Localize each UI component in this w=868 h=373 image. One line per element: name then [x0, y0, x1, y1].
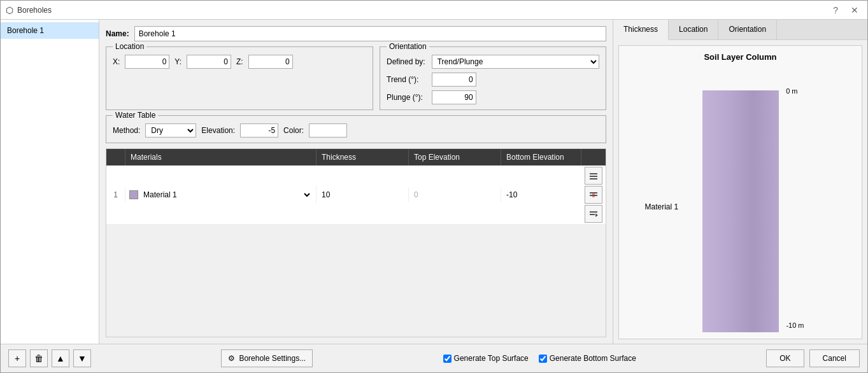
- defined-by-label: Defined by:: [387, 57, 425, 66]
- name-input[interactable]: [134, 26, 606, 41]
- svg-rect-7: [590, 214, 595, 215]
- color-label: Color:: [283, 126, 304, 135]
- defined-by-select[interactable]: Trend/Plunge Dip/Dip Direction Strike/Di…: [432, 55, 599, 69]
- window-title: Boreholes: [17, 6, 52, 15]
- td-top-elevation: 0: [409, 188, 501, 202]
- bottom-elevation-label: -10 m: [786, 321, 804, 329]
- generate-bottom-label: Generate Bottom Surface: [539, 354, 636, 363]
- location-group: Location X: Y: Z:: [106, 46, 373, 110]
- bottom-bar: + 🗑 ▲ ▼ ⚙ Borehole Settings... Generate …: [1, 344, 867, 372]
- elevation-input[interactable]: [240, 123, 278, 137]
- ok-button[interactable]: OK: [766, 349, 804, 367]
- y-label: Y:: [174, 57, 181, 66]
- plunge-input[interactable]: [432, 90, 476, 104]
- settings-area: ⚙ Borehole Settings...: [221, 349, 313, 367]
- bottom-left: + 🗑 ▲ ▼: [8, 349, 91, 367]
- th-actions: [581, 149, 606, 165]
- tab-thickness[interactable]: Thickness: [613, 20, 669, 40]
- th-materials: Materials: [125, 149, 317, 165]
- move-row-button[interactable]: [585, 205, 602, 223]
- th-thickness: Thickness: [317, 149, 409, 165]
- tab-location[interactable]: Location: [669, 20, 718, 39]
- borehole-settings-button[interactable]: ⚙ Borehole Settings...: [221, 349, 313, 367]
- title-bar-left: ⬡ Boreholes: [6, 5, 52, 15]
- location-legend: Location: [113, 42, 146, 51]
- th-top-elevation: Top Elevation: [409, 149, 501, 165]
- tabs-row: Thickness Location Orientation: [613, 20, 867, 40]
- td-bottom-elevation: -10: [501, 188, 581, 202]
- title-bar-controls: ? ✕: [829, 4, 862, 17]
- method-label: Method:: [113, 126, 140, 135]
- checkboxes-area: Generate Top Surface Generate Bottom Sur…: [443, 354, 636, 363]
- right-panel: Thickness Location Orientation Soil Laye…: [613, 20, 867, 344]
- y-input[interactable]: [187, 55, 231, 69]
- water-table-content: Method: Dry Elevation Custom Elevation: …: [113, 121, 347, 137]
- location-content: X: Y: Z:: [113, 52, 366, 69]
- top-groups: Location X: Y: Z: Orientation Defined by…: [106, 46, 606, 110]
- soil-visualization: 0 m -10 m Material 1: [625, 68, 855, 332]
- svg-rect-2: [590, 178, 597, 179]
- title-bar: ⬡ Boreholes ? ✕: [1, 1, 867, 20]
- add-borehole-button[interactable]: +: [8, 349, 26, 367]
- orientation-content: Defined by: Trend/Plunge Dip/Dip Directi…: [387, 52, 599, 104]
- water-table-box: Water Table Method: Dry Elevation Custom…: [106, 115, 606, 143]
- method-select[interactable]: Dry Elevation Custom: [145, 123, 196, 137]
- soil-column-title: Soil Layer Column: [704, 52, 776, 62]
- materials-section: Materials Thickness Top Elevation Bottom…: [106, 148, 606, 337]
- move-up-button[interactable]: ▲: [52, 349, 69, 367]
- main-content: Borehole 1 Name: Location X: Y:: [1, 20, 867, 344]
- close-button[interactable]: ✕: [847, 4, 862, 17]
- th-num: [106, 149, 125, 165]
- svg-rect-1: [590, 176, 597, 177]
- color-picker[interactable]: [309, 123, 347, 137]
- water-table-legend: Water Table: [113, 111, 158, 120]
- elevation-label: Elevation:: [201, 126, 235, 135]
- trend-label: Trend (°):: [387, 75, 425, 84]
- td-thickness: 10: [317, 188, 409, 202]
- svg-rect-5: [592, 194, 595, 197]
- svg-rect-3: [590, 192, 597, 194]
- trend-input[interactable]: [432, 73, 476, 87]
- help-button[interactable]: ?: [829, 4, 842, 17]
- soil-cylinder: [702, 90, 779, 332]
- material-name-label: Material 1: [645, 202, 679, 211]
- generate-bottom-checkbox[interactable]: [539, 355, 547, 363]
- z-input[interactable]: [248, 55, 293, 69]
- svg-rect-6: [590, 211, 597, 213]
- x-input[interactable]: [125, 55, 169, 69]
- name-row: Name:: [106, 26, 606, 41]
- svg-rect-0: [590, 173, 597, 174]
- soil-viz-wrapper: 0 m -10 m Material 1: [702, 81, 779, 332]
- top-elevation-label: 0 m: [786, 87, 797, 95]
- material-icon: [129, 190, 138, 199]
- soil-column-area: Soil Layer Column 0 m -10 m Material 1: [618, 45, 862, 339]
- remove-row-button[interactable]: [585, 186, 602, 204]
- ok-cancel-buttons: OK Cancel: [766, 349, 860, 367]
- boreholes-dialog: ⬡ Boreholes ? ✕ Borehole 1 Name:: [0, 0, 868, 373]
- material-select[interactable]: Material 1: [141, 188, 312, 201]
- table-header: Materials Thickness Top Elevation Bottom…: [106, 149, 606, 165]
- center-panel: Name: Location X: Y: Z:: [99, 20, 613, 344]
- z-label: Z:: [236, 57, 243, 66]
- table-body: 1 Material 1 10 0 -10: [106, 165, 606, 225]
- borehole-list: Borehole 1: [1, 20, 99, 344]
- tab-orientation[interactable]: Orientation: [718, 20, 777, 39]
- row-actions: [581, 165, 606, 224]
- delete-borehole-button[interactable]: 🗑: [30, 349, 48, 367]
- settings-gear-icon: ⚙: [228, 354, 235, 363]
- row-num: 1: [106, 188, 125, 202]
- name-label: Name:: [106, 29, 129, 38]
- generate-top-label: Generate Top Surface: [443, 354, 529, 363]
- move-down-button[interactable]: ▼: [73, 349, 91, 367]
- boreholes-icon: ⬡: [6, 5, 13, 15]
- generate-top-checkbox[interactable]: [443, 355, 452, 363]
- svg-marker-8: [595, 213, 598, 217]
- borehole-list-item[interactable]: Borehole 1: [1, 22, 99, 39]
- cancel-button[interactable]: Cancel: [809, 349, 860, 367]
- orientation-legend: Orientation: [387, 42, 429, 51]
- add-row-button[interactable]: [585, 167, 602, 185]
- materials-table: Materials Thickness Top Elevation Bottom…: [106, 148, 606, 337]
- th-bottom-elevation: Bottom Elevation: [501, 149, 581, 165]
- table-row: 1 Material 1 10 0 -10: [106, 165, 606, 225]
- orientation-group: Orientation Defined by: Trend/Plunge Dip…: [380, 46, 606, 110]
